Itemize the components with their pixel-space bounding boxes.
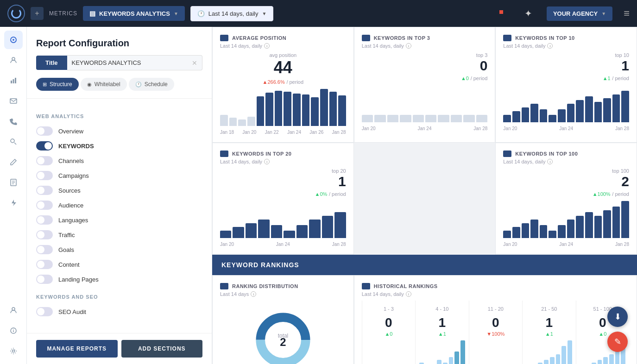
top100-header: KEYWORDS IN TOP 100: [503, 151, 629, 157]
nav-item-lightning[interactable]: [4, 194, 23, 212]
hist-rankings-icon: [362, 283, 370, 289]
hist-rankings-info-icon[interactable]: i: [406, 291, 411, 297]
title-row: Title ✕: [36, 55, 202, 70]
icon-navigation: [0, 27, 27, 364]
toggle-sources[interactable]: [36, 186, 53, 195]
top10-info-icon[interactable]: i: [547, 43, 553, 49]
top10-title: KEYWORDS IN TOP 10: [515, 35, 574, 41]
hist-col-value: 0: [366, 315, 411, 330]
nav-item-seo[interactable]: [4, 132, 23, 151]
list-item: Overview: [36, 124, 202, 138]
tab-whitelabel[interactable]: ◉ Whitelabel: [81, 78, 127, 91]
top100-period: / period: [612, 191, 629, 197]
top100-change: ▲100%: [593, 191, 611, 197]
item-label-goals: Goals: [58, 246, 74, 253]
top20-icon: [220, 151, 228, 157]
top100-title: KEYWORDS IN TOP 100: [515, 151, 578, 157]
stat-card-avg-position: AVERAGE POSITION Last 14 days, daily i a…: [212, 27, 354, 143]
hist-col-chart: [366, 340, 411, 364]
top10-chart: [503, 85, 629, 122]
toggle-languages[interactable]: [36, 215, 53, 225]
ranking-dist-info-icon[interactable]: i: [251, 291, 256, 297]
top20-header: KEYWORDS IN TOP 20: [220, 151, 346, 157]
toggle-campaigns[interactable]: [36, 171, 53, 180]
hist-col-1-3: 1 - 3 0 ▲0: [362, 301, 415, 364]
historical-rankings-card: HISTORICAL RANKINGS Last 14 days, daily …: [354, 275, 637, 364]
top10-dates: Jan 20Jan 24Jan 28: [503, 126, 629, 131]
fab-edit-button[interactable]: ✎: [607, 332, 628, 352]
hist-col-chart: [419, 340, 465, 364]
time-dropdown[interactable]: 🕐 Last 14 days, daily ▼: [190, 6, 274, 21]
agency-dropdown[interactable]: YOUR AGENCY ▼: [547, 6, 612, 21]
toggle-landing-pages[interactable]: [36, 275, 53, 284]
hist-col-change: ▲1: [419, 331, 465, 337]
top20-info-icon[interactable]: i: [264, 159, 270, 164]
clear-title-icon[interactable]: ✕: [192, 59, 197, 67]
top10-period: / period: [612, 75, 629, 81]
nav-item-phone[interactable]: [4, 112, 23, 131]
top10-value: 1: [503, 58, 629, 74]
nav-item-user-profile[interactable]: [4, 301, 23, 320]
nav-item-settings[interactable]: [4, 342, 23, 360]
top3-chart: [362, 85, 488, 122]
item-label-overview: Overview: [58, 128, 83, 135]
stat-card-top100: KEYWORDS IN TOP 100 Last 14 days, daily …: [495, 143, 637, 255]
ranking-dist-icon: [220, 283, 228, 289]
nav-item-pencil[interactable]: [4, 153, 23, 171]
top20-chart: [220, 201, 346, 238]
toggle-traffic[interactable]: [36, 230, 53, 239]
top20-dates: Jan 20Jan 24Jan 28: [220, 242, 346, 247]
top3-info-icon[interactable]: i: [406, 43, 411, 49]
manage-reports-button[interactable]: MANAGE REPORTS: [36, 340, 118, 358]
nav-item-users[interactable]: [4, 51, 23, 69]
svg-point-12: [12, 308, 15, 310]
sidebar: Report Configuration Title ✕ ⊞ Structure…: [27, 27, 212, 364]
tab-structure[interactable]: ⊞ Structure: [36, 78, 79, 91]
hist-col-change: ▲1: [526, 331, 572, 337]
nav-item-email[interactable]: [4, 92, 23, 110]
hist-rankings-header: HISTORICAL RANKINGS: [362, 283, 629, 289]
add-sections-button[interactable]: ADD SECTIONS: [121, 340, 203, 358]
ranking-dist-title: RANKING DISTRIBUTION: [232, 283, 298, 289]
add-button[interactable]: +: [31, 7, 44, 20]
list-item: KEYWORDS: [36, 138, 202, 153]
toggle-overview[interactable]: [36, 126, 53, 136]
list-item: Languages: [36, 213, 202, 227]
toggle-goals[interactable]: [36, 245, 53, 254]
top3-icon: [362, 35, 370, 41]
menu-button[interactable]: ≡: [624, 7, 630, 19]
toggle-audience[interactable]: [36, 201, 53, 210]
integrations-icon-btn[interactable]: ✦: [520, 5, 537, 22]
svg-point-2: [12, 57, 15, 60]
top100-info-icon[interactable]: i: [547, 159, 553, 164]
toggle-content[interactable]: [36, 260, 53, 269]
avg-position-chart: [220, 89, 346, 126]
svg-text:2: 2: [280, 336, 286, 348]
ranking-distribution-card: RANKING DISTRIBUTION Last 14 days i tota…: [212, 275, 354, 364]
nav-item-analytics[interactable]: [4, 71, 23, 90]
top20-change: ▲0%: [315, 191, 328, 197]
top100-chart: [503, 201, 629, 238]
title-input[interactable]: [72, 56, 192, 70]
list-item: Goals: [36, 242, 202, 257]
toggle-keywords[interactable]: [36, 141, 53, 151]
nav-item-dashboard[interactable]: [4, 31, 23, 49]
nav-item-info[interactable]: [4, 321, 23, 340]
list-item: Audience: [36, 198, 202, 213]
sidebar-title: Report Configuration: [36, 38, 202, 49]
svg-point-15: [13, 329, 14, 330]
avg-position-period: / period: [286, 79, 303, 85]
fab-download-button[interactable]: ⬇: [607, 307, 628, 327]
app-logo[interactable]: [7, 5, 25, 22]
title-tab[interactable]: Title: [36, 56, 67, 70]
hist-rankings-grid: 1 - 3 0 ▲0: [362, 301, 629, 364]
nav-item-reports[interactable]: [4, 173, 23, 192]
avg-position-info-icon[interactable]: i: [264, 43, 270, 49]
report-dropdown[interactable]: ▤ KEYWORDS ANALYTICS ▼: [83, 6, 185, 21]
top10-change: ▲1: [603, 75, 611, 81]
toggle-seo-audit[interactable]: [36, 307, 53, 316]
toggle-channels[interactable]: [36, 156, 53, 165]
tab-schedule[interactable]: 🕐 Schedule: [129, 78, 174, 91]
top3-change: ▲0: [461, 75, 469, 81]
hist-col-21-50: 21 - 50 1 ▲1: [522, 301, 575, 364]
